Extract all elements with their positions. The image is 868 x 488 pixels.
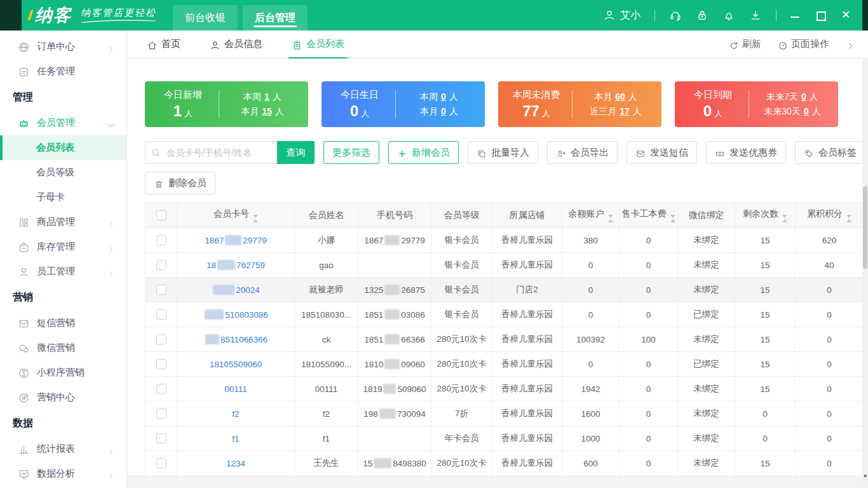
cell-points: 0: [796, 451, 864, 476]
cell-balance: 380: [562, 228, 620, 253]
topbar-tab-backend-manage[interactable]: 后台管理: [243, 5, 308, 30]
bell-button[interactable]: [722, 9, 735, 22]
sort-caret[interactable]: [253, 215, 258, 222]
column-header-card[interactable]: 会员卡号: [177, 203, 295, 228]
row-checkbox[interactable]: [156, 285, 166, 295]
sidebar-item-stock-manage[interactable]: 库存管理: [0, 234, 126, 259]
column-header-times[interactable]: 剩余次数: [735, 203, 796, 228]
member-card-link[interactable]: 18762759: [207, 261, 265, 270]
row-checkbox[interactable]: [156, 235, 166, 245]
member-card-link[interactable]: 1234: [226, 459, 245, 468]
row-checkbox[interactable]: [156, 334, 166, 344]
download-button[interactable]: [749, 9, 762, 22]
member-card-link[interactable]: f1: [232, 434, 239, 444]
sidebar-item-member-list[interactable]: 会员列表: [0, 135, 126, 160]
row-checkbox[interactable]: [156, 260, 166, 270]
member-card-link[interactable]: 00111: [224, 384, 247, 394]
report-icon: [18, 444, 30, 456]
column-header-balance[interactable]: 余额账户: [562, 203, 620, 228]
row-checkbox[interactable]: [156, 309, 166, 320]
column-header-points[interactable]: 累积积分: [796, 203, 864, 228]
sidebar-item-goods-manage[interactable]: 商品管理: [0, 210, 126, 234]
tab-label: 首页: [161, 38, 180, 50]
delete-member-button[interactable]: 删除会员: [145, 172, 215, 194]
sort-caret[interactable]: [608, 215, 613, 222]
stat-sub-value[interactable]: 17: [620, 106, 630, 116]
sidebar-item-wechat-marketing[interactable]: 微信营销: [0, 336, 126, 360]
refresh-button[interactable]: 刷新: [729, 38, 761, 50]
sidebar-item-statistics-report[interactable]: 统计报表: [0, 437, 126, 461]
row-checkbox[interactable]: [156, 384, 166, 394]
sidebar-item-sms-marketing[interactable]: 短信营销: [0, 311, 126, 336]
sidebar-item-miniapp-marketing[interactable]: 小程序营销: [0, 360, 126, 385]
headset-button[interactable]: [669, 9, 682, 22]
tab-member-info[interactable]: 会员信息: [207, 30, 266, 58]
search-button[interactable]: 查询: [277, 141, 315, 164]
member-card-link[interactable]: 18105509060: [210, 360, 262, 369]
row-select-cell: [146, 352, 177, 377]
tab-home[interactable]: 首页: [144, 30, 184, 58]
sort-caret[interactable]: [782, 215, 787, 222]
row-checkbox[interactable]: [156, 409, 166, 419]
more-filters-button[interactable]: 更多筛选: [323, 141, 379, 164]
scrollbar-thumb[interactable]: [863, 186, 867, 269]
cell-phone: 185103086: [358, 302, 431, 327]
stat-sub-value[interactable]: 0: [801, 92, 806, 102]
sidebar-item-order-center[interactable]: 订单中心: [0, 34, 126, 59]
stat-sub-value[interactable]: 60: [615, 92, 625, 102]
row-checkbox[interactable]: [156, 458, 166, 468]
sidebar-item-staff-manage[interactable]: 员工管理: [0, 259, 126, 284]
trash-icon: [154, 178, 164, 188]
member-card-link[interactable]: f2: [232, 409, 239, 419]
headset-icon: [669, 9, 682, 22]
add-member-button[interactable]: 新增会员: [388, 141, 459, 164]
sidebar-item-member-manage[interactable]: 会员管理: [0, 111, 126, 135]
sidebar-item-data-analysis[interactable]: 数据分析: [0, 461, 126, 486]
sidebar-item-parent-child-card[interactable]: 子母卡: [0, 185, 126, 210]
member-card-link[interactable]: 20024: [212, 285, 260, 295]
cell-name: 185108030...: [295, 302, 358, 327]
brand: 纳客 纳客管店更轻松: [29, 4, 156, 27]
page-actions-button[interactable]: 页面操作: [778, 38, 829, 50]
stat-sub-value[interactable]: 15: [262, 106, 272, 116]
vertical-scrollbar[interactable]: ▼: [862, 59, 868, 488]
chevron-right-icon[interactable]: [846, 39, 855, 49]
lock-button[interactable]: [696, 9, 709, 22]
row-checkbox[interactable]: [156, 433, 166, 444]
sidebar-item-member-level[interactable]: 会员等级: [0, 160, 126, 185]
send-coupon-button[interactable]: 发送优惠券: [706, 141, 786, 164]
stat-sub-value[interactable]: 0: [441, 92, 446, 102]
topbar-tab-front-cashier[interactable]: 前台收银: [173, 5, 238, 30]
sidebar-item-task-manage[interactable]: 任务管理: [0, 59, 126, 84]
close-button[interactable]: ✕: [841, 11, 850, 20]
column-header-fee[interactable]: 售卡工本费: [620, 203, 678, 228]
member-tag-button[interactable]: 会员标签: [795, 141, 865, 164]
scrollbar-down-arrow[interactable]: ▼: [862, 473, 868, 479]
cell-balance: 600: [562, 451, 620, 476]
user-menu[interactable]: 艾小: [603, 9, 641, 22]
stat-sub-value[interactable]: 0: [441, 106, 446, 116]
row-select-cell: [146, 228, 177, 253]
batch-import-button[interactable]: 批量导入: [468, 141, 538, 164]
member-export-button[interactable]: 会员导出: [547, 141, 618, 164]
stat-sub-value[interactable]: 1: [264, 92, 269, 102]
tab-member-list[interactable]: 会员列表: [288, 30, 348, 58]
cell-card: f2: [177, 402, 295, 426]
column-header-store: 所属店铺: [492, 203, 562, 228]
maximize-button[interactable]: [816, 11, 825, 20]
send-sms-button[interactable]: 发送短信: [627, 141, 697, 164]
minimize-button[interactable]: [790, 11, 799, 20]
cell-wechat: 未绑定: [678, 228, 735, 253]
select-all-checkbox[interactable]: [156, 210, 166, 220]
delete-member-label: 删除会员: [168, 177, 207, 189]
member-card-link[interactable]: 8511066366: [204, 335, 268, 344]
member-card-link[interactable]: 186729779: [205, 236, 267, 245]
sidebar-item-marketing-center[interactable]: 营销中心: [0, 385, 126, 410]
row-checkbox[interactable]: [156, 359, 166, 369]
sort-caret[interactable]: [846, 215, 851, 222]
member-card-link[interactable]: 510803086: [203, 310, 268, 320]
search-input[interactable]: [145, 141, 277, 164]
stat-sub-value[interactable]: 0: [804, 106, 809, 116]
sort-caret[interactable]: [670, 215, 675, 222]
sidebar-item-label: 短信营销: [37, 317, 75, 329]
